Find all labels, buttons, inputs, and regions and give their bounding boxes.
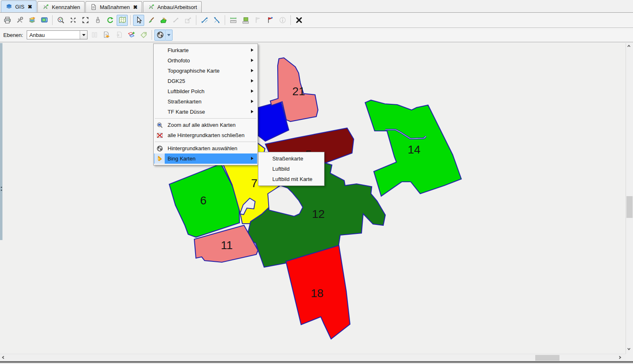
combobox-dropdown-button[interactable] [80,31,87,39]
menu-item-flurkarte[interactable]: Flurkarte [154,45,257,55]
menu-item-label: Luftbilder Polch [168,88,205,94]
layer-style-button[interactable] [26,15,37,26]
menu-item-bing-karten[interactable]: Bing Karten [154,153,257,164]
tab-close-icon[interactable]: ✖ [28,4,32,10]
flag-color-icon [267,16,274,24]
menu-item-zoom-auf-alle-aktiven-karten[interactable]: Zoom auf alle aktiven Karten [154,120,257,130]
flag-button [252,15,263,26]
submenu-arrow-icon [251,48,253,52]
zoom-in-button[interactable] [67,15,78,26]
globe-icon[interactable] [154,30,166,41]
draw-button[interactable] [145,15,157,26]
menu-item-label: alle Hintergrundkarten schließen [168,132,244,138]
printer-icon [4,16,11,24]
bing-icon [154,153,165,164]
map-toggle-button[interactable] [117,15,128,26]
menu-item-label: Luftbild [272,166,290,172]
scroll-up-button[interactable] [627,44,631,48]
close-tool-button[interactable] [293,15,304,26]
edit-polygon-button[interactable] [158,15,169,26]
menu-item-topographische-karte[interactable]: Topographische Karte [154,66,257,76]
refresh-icon [106,16,114,24]
tab-label: Maßnahmen [100,4,130,10]
layer-combobox[interactable]: Anbau [27,30,87,39]
menu-item-tf-karte-düsse[interactable]: TF Karte Düsse [154,107,257,117]
menu-item-label: Flurkarte [168,47,189,53]
edit-polygon-icon [160,16,167,24]
refresh-button[interactable] [104,15,115,26]
menu-item-hintergrundkarten-auswählen[interactable]: Hintergrundkarten auswählen [154,143,257,153]
menu-item-straßenkarten[interactable]: Straßenkarten [154,96,257,107]
tab-gis[interactable]: GIS✖ [1,0,37,12]
tag-icon [140,31,147,39]
measure-line-button[interactable] [199,15,210,26]
toolbar-separator [52,15,53,25]
menu-item-alle-hintergrundkarten-schließen[interactable]: alle Hintergrundkarten schließen [154,130,257,140]
menu-item-luftbild-mit-karte[interactable]: Luftbild mit Karte [259,174,324,184]
select-cursor-button[interactable] [133,15,144,26]
info-button [277,15,288,26]
area-icon [242,16,249,24]
map-label-field-6: 6 [200,194,207,207]
zoom-out-button[interactable] [80,15,91,26]
submenu-arrow-icon [251,79,253,82]
map-canvas[interactable]: 2151467121118 [0,43,626,354]
brush-icon [147,16,155,24]
expand-icon [82,16,89,24]
tag-button[interactable] [138,30,149,41]
resize-button [170,15,181,26]
vertical-scrollbar[interactable] [626,43,633,354]
cursor-icon [135,16,143,24]
submenu-arrow-icon [251,59,253,62]
map-label-field-12: 12 [312,208,325,220]
info-icon [279,16,286,24]
menu-item-label: Straßenkarten [168,98,201,105]
ruler-line-icon [230,16,237,24]
background-maps-button[interactable] [154,30,173,41]
map-icon [119,16,126,24]
print-button[interactable] [2,15,13,26]
scroll-right-button[interactable] [618,355,622,359]
menu-item-dgk25[interactable]: DGK25 [154,76,257,86]
tab-kennzahlen[interactable]: Kennzahlen [37,1,85,12]
background-maps-dropdown-button[interactable] [166,30,173,41]
globe-icon [155,144,164,153]
submenu-arrow-icon [251,89,253,93]
display-button[interactable] [39,15,50,26]
layers-toolbar: Ebenen: Anbau [0,27,633,42]
pan-button[interactable] [92,15,103,26]
measure-angle-button[interactable] [211,15,222,26]
vertical-scroll-thumb[interactable] [626,196,633,218]
menu-item-straßenkarte[interactable]: Straßenkarte [259,153,324,164]
tab-label: Kennzahlen [52,4,80,10]
scroll-left-button[interactable] [1,355,5,359]
map-label-field-18: 18 [311,287,323,300]
tab-close-icon[interactable]: ✖ [133,4,138,10]
measure-length-button[interactable] [228,15,239,26]
zoom-box-button[interactable] [55,15,66,26]
tools-button[interactable] [14,15,25,26]
tab-ma-nahmen[interactable]: Maßnahmen✖ [85,1,142,12]
close-maps-icon [155,131,164,140]
horizontal-scroll-thumb[interactable] [535,355,559,361]
marker-button[interactable] [265,15,276,26]
map-label-field-21: 21 [292,85,305,98]
splitter-grip-dot [1,190,2,191]
menu-item-luftbild[interactable]: Luftbild [259,164,324,174]
scatter-icon [147,4,155,10]
measure-area-button[interactable] [240,15,251,26]
toolbar-separator [290,15,291,25]
add-layers-button[interactable] [126,30,137,41]
menu-item-orthofoto[interactable]: Orthofoto [154,55,257,66]
horizontal-scrollbar[interactable] [0,354,626,361]
toolbar-separator [225,15,225,25]
export-layer-button[interactable] [101,30,112,41]
scatter-icon [42,4,49,10]
tab-label: GIS [15,4,24,10]
menu-item-luftbilder-polch[interactable]: Luftbilder Polch [154,86,257,96]
zoom-region-icon [57,16,64,24]
panel-splitter[interactable] [0,43,2,240]
tab-bar: GIS✖KennzahlenMaßnahmen✖Anbau/Arbeitsort [0,0,633,12]
scroll-down-button[interactable] [627,347,631,351]
tab-anbau-arbeitsort[interactable]: Anbau/Arbeitsort [143,1,202,12]
